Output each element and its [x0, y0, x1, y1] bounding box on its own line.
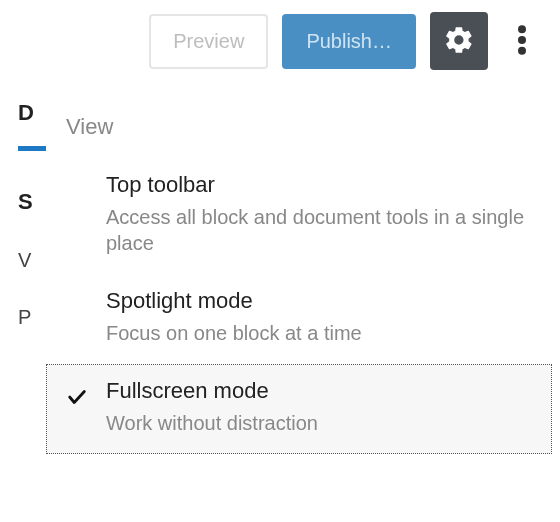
- more-vertical-icon: [518, 24, 526, 59]
- menu-item-description: Focus on one block at a time: [106, 320, 362, 346]
- svg-point-2: [518, 46, 526, 54]
- more-options-button[interactable]: [502, 12, 542, 70]
- check-slot: [66, 172, 106, 180]
- menu-section-header: View: [46, 108, 552, 158]
- menu-item-spotlight-mode[interactable]: Spotlight mode Focus on one block at a t…: [46, 274, 552, 364]
- document-sidebar: D S V P: [0, 100, 46, 329]
- settings-button[interactable]: [430, 12, 488, 70]
- menu-item-description: Access all block and document tools in a…: [106, 204, 532, 256]
- more-options-menu: View Top toolbar Access all block and do…: [46, 94, 552, 454]
- menu-item-fullscreen-mode[interactable]: Fullscreen mode Work without distraction: [46, 364, 552, 454]
- sidebar-section: S: [18, 189, 46, 215]
- svg-point-1: [518, 36, 526, 44]
- sidebar-row: P: [18, 306, 46, 329]
- check-slot: [66, 288, 106, 296]
- menu-item-title: Top toolbar: [106, 172, 532, 198]
- menu-item-description: Work without distraction: [106, 410, 318, 436]
- preview-button[interactable]: Preview: [149, 14, 268, 69]
- check-icon: [66, 386, 88, 412]
- svg-point-0: [518, 25, 526, 33]
- publish-button[interactable]: Publish…: [282, 14, 416, 69]
- sidebar-row: V: [18, 249, 46, 272]
- editor-toolbar: Preview Publish…: [0, 0, 560, 94]
- gear-icon: [443, 24, 475, 59]
- check-slot: [66, 378, 106, 412]
- menu-item-top-toolbar[interactable]: Top toolbar Access all block and documen…: [46, 158, 552, 274]
- menu-item-title: Spotlight mode: [106, 288, 362, 314]
- menu-item-title: Fullscreen mode: [106, 378, 318, 404]
- tab-document[interactable]: D: [18, 100, 48, 151]
